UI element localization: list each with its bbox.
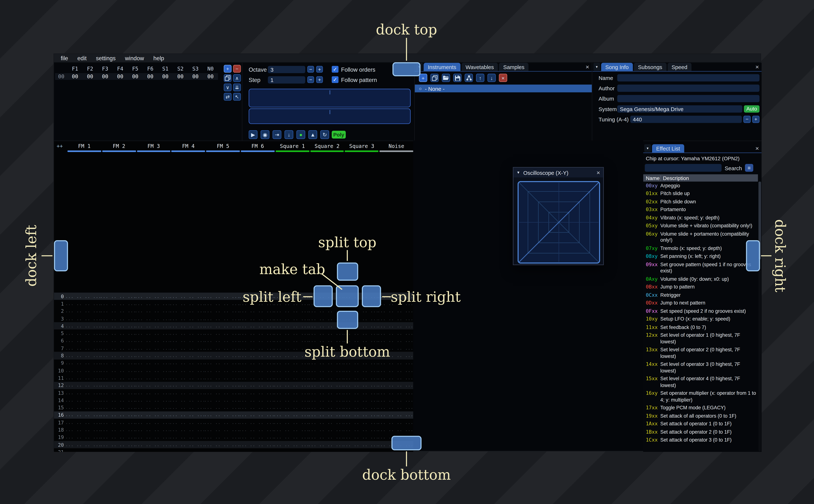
pattern-cell[interactable]: ... .. .. ... [65, 420, 100, 425]
pattern-cell[interactable]: ... .. .. ... [343, 428, 377, 432]
pattern-cell[interactable]: ... .. .. ... [308, 390, 343, 395]
pattern-cell[interactable]: ... .. .. ... [100, 428, 135, 432]
save-instrument-button[interactable] [453, 74, 462, 82]
pattern-cell[interactable]: ... .. .. ... [204, 353, 239, 358]
pattern-row[interactable]: 11... .. .. ...... .. .. ...... .. .. ..… [54, 374, 413, 381]
input-tuning-a-4[interactable]: 440 [630, 116, 742, 123]
follow-orders-checkbox[interactable]: ✓ [332, 66, 338, 73]
pattern-row[interactable]: 15... .. .. ...... .. .. ...... .. .. ..… [54, 404, 413, 411]
pattern-cell[interactable]: ... .. .. ... [204, 309, 239, 313]
instrument-down-button[interactable]: ↓ [488, 74, 496, 82]
pattern-cell[interactable]: ... .. .. ... [135, 428, 169, 432]
repeat-button[interactable]: ↻ [320, 130, 329, 139]
pattern-cell[interactable]: ... .. .. ... [308, 420, 343, 425]
pattern-cell[interactable]: ... .. .. ... [204, 376, 239, 380]
pattern-cell[interactable]: ... .. .. ... [308, 442, 343, 447]
effect-row[interactable]: 11xxSet feedback (0 to 7) [643, 323, 758, 331]
step-decrease-button[interactable]: − [307, 76, 314, 83]
pattern-cell[interactable]: ... .. .. ... [135, 331, 169, 336]
close-icon[interactable]: × [597, 169, 600, 176]
pattern-cell[interactable]: ... .. .. ... [65, 301, 100, 306]
menu-item-edit[interactable]: edit [73, 54, 91, 62]
menu-item-file[interactable]: file [56, 54, 73, 62]
pattern-row[interactable]: 12... .. .. ...... .. .. ...... .. .. ..… [54, 382, 413, 389]
pattern-cell[interactable]: ... .. .. ... [135, 309, 169, 313]
pattern-cell[interactable]: ... .. .. ... [377, 383, 412, 388]
effect-row[interactable]: 08xySet panning (x: left; y: right) [643, 252, 758, 260]
pattern-cell[interactable]: ... .. .. ... [273, 368, 308, 373]
metronome-button[interactable]: ▲ [308, 130, 317, 139]
order-cell-f3[interactable]: 00 [97, 74, 113, 79]
order-cell-f2[interactable]: 00 [83, 74, 98, 79]
pattern-row[interactable]: 6... .. .. ...... .. .. ...... .. .. ...… [54, 337, 413, 344]
pattern-cell[interactable]: ... .. .. ... [273, 324, 308, 328]
pattern-cell[interactable]: ... .. .. ... [204, 324, 239, 328]
pattern-cell[interactable]: ... .. .. ... [100, 346, 135, 351]
pattern-cell[interactable]: ... .. .. ... [273, 361, 308, 365]
pattern-cell[interactable]: ... .. .. ... [65, 361, 100, 365]
pattern-cell[interactable]: ... .. .. ... [204, 413, 239, 417]
orders-data-row[interactable]: 0000000000000000000000 [55, 73, 218, 80]
pattern-cell[interactable]: ... .. .. ... [273, 353, 308, 358]
dock-right-target[interactable] [746, 240, 760, 271]
add-instrument-button[interactable]: + [419, 74, 427, 82]
pattern-cell[interactable]: ... .. .. ... [273, 413, 308, 417]
pattern-cell[interactable]: ... .. .. ... [239, 324, 273, 328]
effect-row[interactable]: 1BxxSet attack of operator 2 (0 to 1F) [643, 428, 758, 436]
pattern-cell[interactable]: ... .. .. ... [343, 413, 377, 417]
pattern-cell[interactable]: ... .. .. ... [65, 309, 100, 313]
close-icon[interactable]: × [586, 63, 589, 71]
channel-header-fm-6[interactable]: FM 6 [240, 142, 275, 152]
pattern-cell[interactable]: ... .. .. ... [135, 390, 169, 395]
pattern-cell[interactable]: ... .. .. ... [308, 383, 343, 388]
pattern-cell[interactable]: ... .. .. ... [239, 346, 273, 351]
pattern-cell[interactable]: ... .. .. ... [377, 405, 412, 410]
pattern-cell[interactable]: ... .. .. ... [100, 442, 135, 447]
pattern-cell[interactable]: ... .. .. ... [100, 413, 135, 417]
pattern-cell[interactable]: ... .. .. ... [169, 331, 204, 336]
pattern-cell[interactable]: ... .. .. ... [65, 398, 100, 403]
tab-song-info[interactable]: Song Info [601, 63, 633, 71]
order-cell-f4[interactable]: 00 [113, 74, 128, 79]
pattern-cell[interactable]: ... .. .. ... [273, 398, 308, 403]
effect-row[interactable]: 00xyArpeggio [643, 182, 758, 190]
instrument-list-item[interactable]: ○- None - [415, 85, 592, 92]
pattern-cell[interactable]: ... .. .. ... [273, 316, 308, 321]
pattern-cell[interactable]: ... .. .. ... [273, 331, 308, 336]
pattern-row[interactable]: 10... .. .. ...... .. .. ...... .. .. ..… [54, 367, 413, 374]
pattern-cell[interactable]: ... .. .. ... [308, 361, 343, 365]
pattern-cell[interactable]: ... .. .. ... [308, 398, 343, 403]
pattern-cell[interactable]: ... .. .. ... [239, 435, 273, 440]
auto-detect-button[interactable]: Auto [744, 105, 759, 113]
make-tab-target[interactable] [336, 285, 359, 307]
effect-row[interactable]: 07xyTremolo (x: speed; y: depth) [643, 244, 758, 252]
hamburger-icon[interactable]: ≡ [745, 164, 753, 172]
pattern-cell[interactable]: ... .. .. ... [135, 361, 169, 365]
pattern-cell[interactable]: ... .. .. ... [273, 405, 308, 410]
pattern-cell[interactable]: ... .. .. ... [135, 420, 169, 425]
pattern-cell[interactable]: ... .. .. ... [273, 420, 308, 425]
input-system[interactable]: Sega Genesis/Mega Drive [617, 105, 743, 113]
pattern-row[interactable]: 18... .. .. ...... .. .. ...... .. .. ..… [54, 426, 413, 433]
effect-row[interactable]: 06xyVolume slide + portamento (compatibi… [643, 230, 758, 244]
pattern-cell[interactable]: ... .. .. ... [169, 442, 204, 447]
pattern-cell[interactable]: ... .. .. ... [239, 420, 273, 425]
pattern-row[interactable]: 9... .. .. ...... .. .. ...... .. .. ...… [54, 359, 413, 367]
pattern-cell[interactable]: ... .. .. ... [308, 450, 343, 452]
follow-pattern-checkbox[interactable]: ✓ [332, 76, 338, 83]
pattern-cell[interactable]: ... .. .. ... [204, 383, 239, 388]
effect-row[interactable]: 19xxSet attack of all operators (0 to 1F… [643, 412, 758, 420]
pattern-cell[interactable]: ... .. .. ... [100, 383, 135, 388]
pattern-cell[interactable]: ... .. .. ... [135, 442, 169, 447]
octave-input[interactable]: 3 [268, 66, 305, 73]
close-icon[interactable]: × [755, 63, 759, 71]
order-change-mode-button[interactable]: ⇄ [224, 93, 231, 101]
pattern-cell[interactable]: ... .. .. ... [135, 376, 169, 380]
pattern-cell[interactable]: ... .. .. ... [308, 368, 343, 373]
pattern-cell[interactable]: ... .. .. ... [65, 435, 100, 440]
input-name[interactable] [617, 74, 760, 81]
tuning-decrease-button[interactable]: − [743, 116, 751, 123]
pattern-cell[interactable]: ... .. .. ... [239, 413, 273, 417]
pattern-cell[interactable]: ... .. .. ... [239, 331, 273, 336]
pattern-cell[interactable]: ... .. .. ... [65, 376, 100, 380]
